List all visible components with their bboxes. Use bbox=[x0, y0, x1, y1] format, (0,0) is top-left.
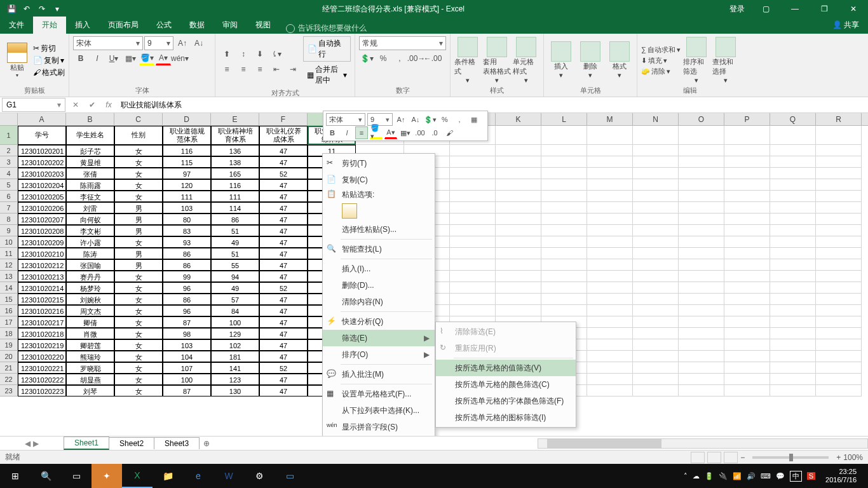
cell[interactable]: 103 bbox=[163, 202, 211, 214]
cell[interactable] bbox=[770, 351, 816, 362]
cell[interactable]: 47 bbox=[259, 202, 308, 214]
cell[interactable] bbox=[587, 362, 633, 374]
row-header[interactable]: 14 bbox=[0, 282, 18, 294]
row-header[interactable]: 12 bbox=[0, 259, 18, 271]
cell[interactable] bbox=[816, 248, 862, 259]
cell[interactable] bbox=[633, 214, 679, 225]
cell[interactable] bbox=[679, 271, 724, 282]
ctx-insert[interactable]: 插入(I)... bbox=[323, 261, 435, 277]
cell[interactable] bbox=[816, 328, 862, 339]
indent-inc-icon[interactable]: ⇥ bbox=[285, 62, 301, 76]
cell[interactable]: 12301020223 bbox=[18, 385, 66, 396]
cell[interactable] bbox=[816, 294, 862, 305]
font-size-select[interactable]: 9▾ bbox=[144, 36, 173, 50]
cell[interactable] bbox=[587, 259, 633, 271]
taskbar-settings[interactable]: ⚙ bbox=[244, 464, 275, 488]
cell[interactable]: 138 bbox=[211, 156, 259, 168]
cell[interactable] bbox=[770, 259, 816, 271]
cell[interactable]: 12301020208 bbox=[18, 225, 66, 236]
cell[interactable]: 张国喻 bbox=[66, 259, 114, 271]
cell[interactable] bbox=[496, 145, 541, 156]
cell[interactable]: 94 bbox=[211, 271, 259, 282]
mini-percent-icon[interactable]: % bbox=[438, 113, 451, 126]
col-header-Q[interactable]: Q bbox=[770, 113, 816, 125]
cell[interactable]: 104 bbox=[163, 351, 211, 362]
row-header[interactable]: 17 bbox=[0, 316, 18, 328]
sub-filter-by-font-color[interactable]: 按所选单元格的字体颜色筛选(F) bbox=[436, 393, 576, 409]
cell[interactable] bbox=[816, 126, 862, 145]
formula-input[interactable]: 职业技能训练体系 bbox=[117, 100, 868, 111]
cell[interactable] bbox=[587, 126, 633, 145]
cell[interactable] bbox=[633, 248, 679, 259]
cell[interactable] bbox=[770, 282, 816, 294]
cell[interactable]: 肖微 bbox=[66, 328, 114, 339]
cell[interactable]: 女 bbox=[114, 305, 163, 316]
number-format-select[interactable]: 常规▾ bbox=[359, 36, 446, 50]
cell[interactable]: 47 bbox=[259, 248, 308, 259]
cell[interactable] bbox=[587, 282, 633, 294]
cell[interactable]: 卿碧莲 bbox=[66, 339, 114, 351]
cell[interactable]: 111 bbox=[211, 191, 259, 202]
cell[interactable] bbox=[633, 168, 679, 179]
format-cells-button[interactable]: 格式▾ bbox=[606, 41, 633, 79]
row-header[interactable]: 21 bbox=[0, 362, 18, 374]
cell[interactable]: 女 bbox=[114, 145, 163, 156]
tab-view[interactable]: 视图 bbox=[247, 17, 280, 34]
cell[interactable]: 熊瑞玲 bbox=[66, 351, 114, 362]
zoom-in-icon[interactable]: + bbox=[836, 453, 841, 462]
cell[interactable] bbox=[587, 271, 633, 282]
sheet-nav[interactable]: ◀ ▶ bbox=[0, 439, 64, 448]
cell[interactable] bbox=[496, 202, 541, 214]
row-header[interactable]: 4 bbox=[0, 168, 18, 179]
col-header-D[interactable]: D bbox=[163, 113, 211, 125]
cell[interactable] bbox=[724, 179, 770, 191]
ctx-insert-comment[interactable]: 💬插入批注(M) bbox=[323, 366, 435, 383]
cell[interactable]: 83 bbox=[163, 225, 211, 236]
cell[interactable]: 130 bbox=[211, 385, 259, 396]
cell[interactable] bbox=[724, 191, 770, 202]
cell[interactable]: 12301020209 bbox=[18, 236, 66, 248]
cell[interactable]: 47 bbox=[259, 271, 308, 282]
align-center-icon[interactable]: ≡ bbox=[236, 62, 251, 76]
cell[interactable] bbox=[450, 225, 496, 236]
cell[interactable] bbox=[450, 168, 496, 179]
cell[interactable] bbox=[679, 351, 724, 362]
zoom-level[interactable]: 100% bbox=[843, 453, 863, 462]
cell[interactable] bbox=[587, 328, 633, 339]
cell[interactable] bbox=[496, 191, 541, 202]
cell[interactable] bbox=[496, 259, 541, 271]
cell[interactable] bbox=[496, 305, 541, 316]
cell[interactable] bbox=[587, 316, 633, 328]
cell[interactable]: 47 bbox=[259, 191, 308, 202]
ctx-delete[interactable]: 删除(D)... bbox=[323, 277, 435, 294]
cell[interactable] bbox=[450, 214, 496, 225]
cell[interactable]: 52 bbox=[259, 282, 308, 294]
cell[interactable] bbox=[633, 305, 679, 316]
mini-format-painter-icon[interactable]: 🖌 bbox=[443, 126, 456, 139]
share-button[interactable]: 👤 共享 bbox=[824, 17, 868, 34]
cell[interactable]: 女 bbox=[114, 179, 163, 191]
cell[interactable] bbox=[541, 294, 587, 305]
cell[interactable] bbox=[633, 225, 679, 236]
format-painter-button[interactable]: 🖌 格式刷 bbox=[33, 67, 65, 78]
col-header-N[interactable]: N bbox=[633, 113, 679, 125]
paste-option-default[interactable] bbox=[342, 203, 357, 219]
ctx-smart-lookup[interactable]: 🔍智能查找(L) bbox=[323, 241, 435, 257]
cell[interactable]: 47 bbox=[259, 236, 308, 248]
cell[interactable]: 86 bbox=[163, 259, 211, 271]
cell[interactable]: 47 bbox=[259, 156, 308, 168]
row-header[interactable]: 22 bbox=[0, 374, 18, 385]
cell[interactable] bbox=[679, 168, 724, 179]
cell[interactable]: 刘雷 bbox=[66, 202, 114, 214]
cell[interactable]: 女 bbox=[114, 339, 163, 351]
cell[interactable] bbox=[541, 271, 587, 282]
cell[interactable] bbox=[679, 362, 724, 374]
cell[interactable]: 卿倩 bbox=[66, 316, 114, 328]
cell[interactable] bbox=[770, 214, 816, 225]
taskbar-app-2[interactable]: ▭ bbox=[275, 464, 305, 488]
align-right-icon[interactable]: ≡ bbox=[252, 62, 268, 76]
increase-font-icon[interactable]: A↑ bbox=[175, 36, 190, 50]
cell[interactable]: 136 bbox=[211, 145, 259, 156]
ctx-format-cells[interactable]: ▦设置单元格格式(F)... bbox=[323, 386, 435, 402]
border-icon[interactable]: ▦▾ bbox=[123, 51, 138, 65]
